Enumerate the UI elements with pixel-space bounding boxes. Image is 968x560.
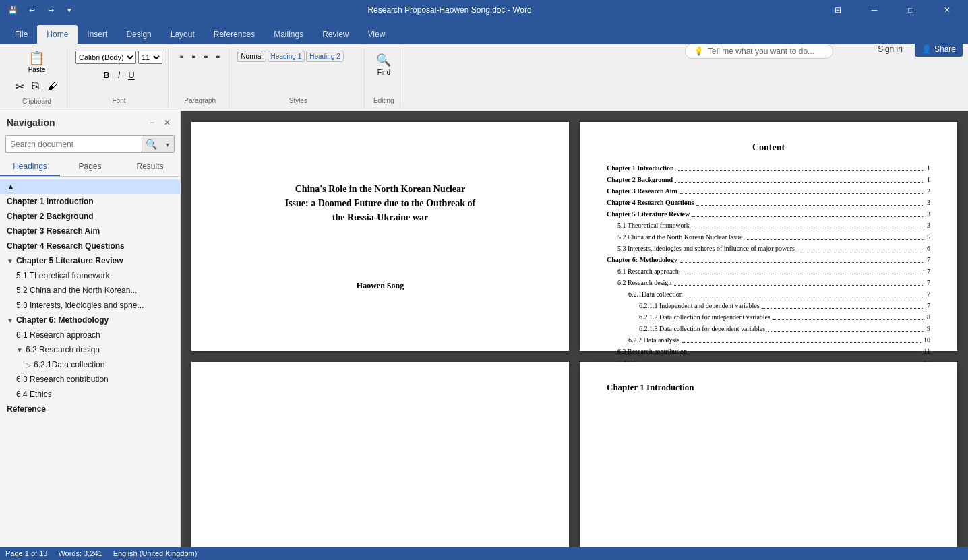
font-size-select[interactable]: 11	[138, 51, 162, 64]
page-toc: Content Chapter 1 Introduction 1 Chapter…	[580, 122, 957, 351]
find-button[interactable]: 🔍Find	[373, 51, 394, 78]
cover-title-line3: the Russia-Ukraine war	[332, 212, 428, 222]
nav-item-ch6[interactable]: ▼ Chapter 6: Methodology	[0, 313, 180, 328]
clipboard-label: Clipboard	[22, 98, 51, 105]
navigation-pane: Navigation − ✕ 🔍 ▾ Headings Pages Result…	[0, 111, 181, 560]
nav-close-button[interactable]: ✕	[161, 117, 173, 129]
toc-entry-ch4: Chapter 4 Research Questions 3	[607, 198, 930, 208]
tab-review[interactable]: Review	[313, 25, 358, 44]
justify-button[interactable]: ≡	[213, 51, 224, 62]
normal-style-button[interactable]: Normal	[237, 51, 266, 62]
underline-button[interactable]: U	[125, 68, 138, 82]
nav-item-ch6-3-label: 6.3 Research contribution	[16, 375, 109, 384]
redo-qat-button[interactable]: ↪	[43, 3, 58, 18]
customize-qat-button[interactable]: ▾	[62, 3, 77, 18]
undo-qat-button[interactable]: ↩	[24, 3, 39, 18]
page-count: Page 1 of 13	[5, 549, 47, 557]
collapse-icon: ▲	[7, 182, 15, 191]
maximize-button[interactable]: □	[895, 0, 926, 20]
toc-entry-ch6-3: 6.3 Research contribution 11	[607, 347, 930, 356]
toc-entry-ch6-2-1-2: 6.2.1.2 Data collection for independent …	[607, 313, 930, 322]
nav-item-ch1[interactable]: Chapter 1 Introduction	[0, 194, 180, 209]
tab-home[interactable]: Home	[37, 25, 78, 44]
toc-entry-ch5-1: 5.1 Theoretical framework 3	[607, 221, 930, 230]
nav-item-ch5-2[interactable]: 5.2 China and the North Korean...	[0, 283, 180, 298]
title-bar: 💾 ↩ ↪ ▾ Research Proposal-Haowen Song.do…	[0, 0, 968, 20]
nav-item-ch6-3[interactable]: 6.3 Research contribution	[0, 372, 180, 387]
nav-title: Navigation	[7, 117, 55, 128]
toc-entry-ch5-3: 5.3 Interests, ideologies and spheres of…	[607, 244, 930, 253]
nav-item-ch2[interactable]: Chapter 2 Background	[0, 209, 180, 224]
search-button[interactable]: 🔍	[142, 136, 160, 152]
save-qat-button[interactable]: 💾	[5, 3, 20, 18]
format-painter-button[interactable]: 🖌	[44, 78, 61, 95]
document-area: China's Role in the North Korean Nuclear…	[181, 111, 968, 560]
heading2-style-button[interactable]: Heading 2	[306, 51, 344, 62]
share-label: Share	[934, 44, 956, 54]
nav-item-ch5[interactable]: ▼ Chapter 5 Literature Review	[0, 253, 180, 268]
font-group: Calibri (Body) 11 B I U Font	[70, 48, 169, 107]
nav-item-ch6-4[interactable]: 6.4 Ethics	[0, 387, 180, 402]
editing-group: 🔍Find Editing	[367, 48, 400, 107]
tell-me-text: Tell me what you want to do...	[708, 46, 814, 56]
minimize-button[interactable]: ─	[859, 0, 890, 20]
tab-insert[interactable]: Insert	[78, 25, 117, 44]
search-dropdown-button[interactable]: ▾	[160, 136, 174, 152]
nav-tab-results[interactable]: Results	[120, 158, 180, 176]
align-right-button[interactable]: ≡	[201, 51, 212, 62]
ch5-collapse-arrow: ▼	[7, 257, 13, 265]
nav-item-ch4[interactable]: Chapter 4 Research Questions	[0, 239, 180, 253]
toc-entry-ch6-2-2: 6.2.2 Data analysis 10	[607, 336, 930, 345]
close-button[interactable]: ✕	[932, 0, 963, 20]
toc-entry-ch6-2-1-1: 6.2.1.1 Independent and dependent variab…	[607, 301, 930, 311]
restore-down-button[interactable]: ⊟	[822, 0, 853, 20]
copy-button[interactable]: ⎘	[29, 78, 42, 95]
nav-item-ch3[interactable]: Chapter 3 Research Aim	[0, 224, 180, 239]
toc-entry-ch1: Chapter 1 Introduction 1	[607, 164, 930, 173]
share-button[interactable]: 👤 Share	[915, 42, 963, 57]
cut-button[interactable]: ✂	[12, 78, 28, 95]
nav-item-ch5-3[interactable]: 5.3 Interests, ideologies and sphe...	[0, 298, 180, 313]
nav-item-ch6-2-1[interactable]: ▷ 6.2.1Data collection	[0, 357, 180, 372]
tab-view[interactable]: View	[359, 25, 395, 44]
signin-button[interactable]: Sign in	[871, 42, 909, 57]
ch6-2-collapse-arrow: ▼	[16, 346, 23, 354]
nav-controls: − ✕	[146, 117, 173, 129]
nav-item-top[interactable]: ▲	[0, 179, 180, 194]
nav-tab-headings[interactable]: Headings	[0, 158, 60, 176]
search-input[interactable]	[6, 139, 142, 149]
tab-layout[interactable]: Layout	[161, 25, 204, 44]
italic-button[interactable]: I	[115, 68, 124, 82]
font-family-select[interactable]: Calibri (Body)	[75, 51, 136, 64]
nav-tree: ▲ Chapter 1 Introduction Chapter 2 Backg…	[0, 177, 180, 560]
tab-design[interactable]: Design	[117, 25, 160, 44]
nav-item-ch6-1[interactable]: 6.1 Research approach	[0, 328, 180, 342]
nav-item-ch5-1[interactable]: 5.1 Theoretical framework	[0, 268, 180, 283]
toc-entry-ch6-1: 6.1 Research approach 7	[607, 267, 930, 276]
nav-pin-button[interactable]: −	[146, 117, 158, 129]
page-4: Chapter 1 Introduction	[580, 362, 957, 551]
word-count: Words: 3,241	[58, 549, 102, 557]
search-box: 🔍 ▾	[5, 135, 175, 153]
tell-me-bar[interactable]: 💡 Tell me what you want to do...	[685, 44, 833, 59]
paste-button[interactable]: 📋Paste	[25, 49, 49, 75]
align-center-button[interactable]: ≡	[189, 51, 200, 62]
cover-title: China's Role in the North Korean Nuclear…	[285, 182, 476, 224]
nav-item-ch5-3-label: 5.3 Interests, ideologies and sphe...	[16, 301, 144, 310]
ch6-collapse-arrow: ▼	[7, 317, 13, 324]
nav-item-ch6-2[interactable]: ▼ 6.2 Research design	[0, 342, 180, 357]
nav-item-ref[interactable]: Reference	[0, 402, 180, 416]
heading1-style-button[interactable]: Heading 1	[268, 51, 305, 62]
page-cover: China's Role in the North Korean Nuclear…	[191, 122, 569, 351]
nav-item-ch5-2-label: 5.2 China and the North Korean...	[16, 286, 137, 295]
toc-title: Content	[607, 142, 930, 153]
align-left-button[interactable]: ≡	[177, 51, 187, 62]
tab-file[interactable]: File	[5, 25, 37, 44]
nav-tab-pages[interactable]: Pages	[60, 158, 120, 176]
editing-label: Editing	[373, 97, 394, 104]
font-label: Font	[112, 97, 125, 104]
tab-references[interactable]: References	[204, 25, 264, 44]
tab-mailings[interactable]: Mailings	[264, 25, 313, 44]
bold-button[interactable]: B	[100, 68, 113, 82]
toc-entry-ch2: Chapter 2 Background 1	[607, 175, 930, 185]
